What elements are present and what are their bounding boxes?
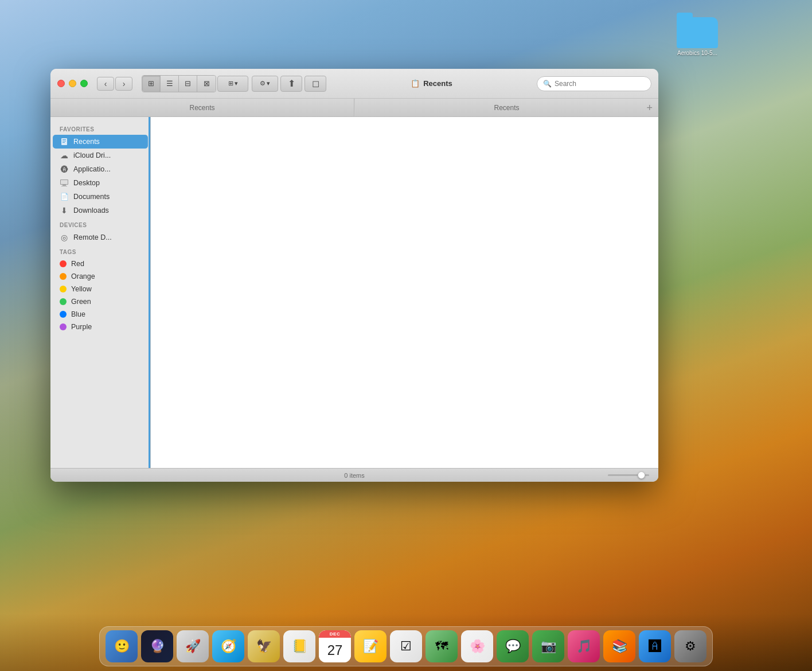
dock-item-books[interactable]: 📚 [603, 630, 635, 662]
slider-thumb[interactable] [638, 471, 645, 479]
nav-buttons: ‹ › [97, 77, 132, 91]
search-bar[interactable]: 🔍 [537, 76, 651, 91]
add-tab-button[interactable]: + [646, 103, 653, 113]
notes-icon: 📝 [363, 640, 378, 653]
dock-item-rocket[interactable]: 🚀 [177, 630, 209, 662]
arrange-button[interactable]: ⊞ ▾ [217, 76, 248, 92]
gallery-view-button[interactable]: ⊠ [197, 76, 216, 92]
title-bar: ‹ › ⊞ ☰ ⊟ ⊠ ⊞ ▾ ⚙ ▾ ⬆ [50, 69, 658, 99]
sidebar-item-tag-red[interactable]: Red [53, 258, 148, 270]
dock-item-finder[interactable]: 🙂 [106, 630, 138, 662]
svg-rect-1 [63, 139, 66, 140]
maximize-button[interactable] [80, 80, 88, 87]
documents-label: Documents [73, 193, 110, 201]
content-area: Favorites Recents ☁ iClou [50, 117, 658, 468]
applications-label: Applicatio... [73, 165, 111, 173]
yellow-tag-dot [60, 286, 67, 292]
dock-item-notes[interactable]: 📝 [354, 630, 387, 662]
red-tag-dot [60, 260, 67, 267]
search-input[interactable] [555, 80, 645, 88]
tag-icon: ◻ [312, 78, 319, 89]
action-chevron-icon: ▾ [267, 80, 270, 87]
dock-item-photos[interactable]: 🌸 [461, 630, 493, 662]
dock-container: 🙂 🔮 🚀 🧭 🦅 📒 [99, 626, 713, 666]
green-tag-dot [60, 298, 67, 305]
system-icon: ⚙ [685, 640, 696, 653]
sidebar-item-tag-purple[interactable]: Purple [53, 321, 148, 333]
column-view-button[interactable]: ⊟ [179, 76, 197, 92]
photos-icon: 🌸 [470, 640, 485, 653]
icon-view-button[interactable]: ⊞ [142, 76, 161, 92]
remote-icon: ◎ [60, 233, 69, 242]
sidebar-item-remote[interactable]: ◎ Remote D... [53, 231, 148, 244]
svg-rect-2 [63, 141, 66, 142]
reminders-icon: ☑ [400, 640, 412, 653]
breadcrumb-right[interactable]: Recents + [354, 99, 658, 116]
breadcrumb-left[interactable]: Recents [50, 99, 354, 116]
window-icon: 📋 [411, 79, 420, 88]
calendar-day: 27 [319, 638, 351, 662]
dock-item-maps[interactable]: 🗺 [425, 630, 458, 662]
status-bar: 0 items [50, 468, 658, 482]
desktop: Aerobics 10-5... ‹ › ⊞ ☰ ⊟ ⊠ [0, 0, 812, 671]
mail-icon: 🦅 [256, 640, 272, 653]
downloads-icon: ⬇ [60, 206, 69, 215]
dock-item-system[interactable]: ⚙ [674, 630, 706, 662]
sidebar-item-recents[interactable]: Recents [53, 135, 148, 149]
sidebar-resizer[interactable] [149, 117, 150, 468]
music-icon: 🎵 [576, 640, 592, 653]
sidebar-item-documents[interactable]: 📄 Documents [53, 190, 148, 204]
sidebar: Favorites Recents ☁ iClou [50, 117, 151, 468]
dock: 🙂 🔮 🚀 🧭 🦅 📒 [0, 614, 812, 671]
dock-item-reminders[interactable]: ☑ [390, 630, 422, 662]
dock-item-music[interactable]: 🎵 [568, 630, 600, 662]
close-button[interactable] [57, 80, 65, 87]
back-button[interactable]: ‹ [97, 77, 114, 91]
sidebar-item-tag-green[interactable]: Green [53, 295, 148, 308]
rocket-icon: 🚀 [185, 640, 201, 653]
appstore-icon: 🅰 [649, 640, 661, 653]
siri-icon: 🔮 [150, 640, 165, 653]
tag-button[interactable]: ◻ [304, 76, 326, 92]
dock-item-siri[interactable]: 🔮 [141, 630, 173, 662]
sidebar-item-downloads[interactable]: ⬇ Downloads [53, 204, 148, 217]
sidebar-item-desktop[interactable]: Desktop [53, 176, 148, 190]
icloud-label: iCloud Dri... [73, 151, 111, 159]
sidebar-item-icloud[interactable]: ☁ iCloud Dri... [53, 149, 148, 162]
sidebar-item-applications[interactable]: 🅐 Applicatio... [53, 162, 148, 176]
dock-item-facetime[interactable]: 📷 [532, 630, 564, 662]
forward-button[interactable]: › [115, 77, 132, 91]
share-button[interactable]: ⬆ [280, 76, 302, 92]
dock-item-safari[interactable]: 🧭 [212, 630, 244, 662]
blue-tag-dot [60, 311, 67, 318]
sidebar-item-tag-yellow[interactable]: Yellow [53, 283, 148, 295]
dock-item-calendar[interactable]: DEC 27 [319, 630, 351, 662]
dock-item-messages[interactable]: 💬 [497, 630, 529, 662]
blue-tag-label: Blue [71, 310, 85, 318]
calendar-month: DEC [319, 630, 351, 638]
orange-tag-label: Orange [71, 272, 95, 280]
svg-rect-6 [63, 185, 66, 186]
file-area[interactable] [151, 117, 658, 468]
window-title: Recents [423, 79, 452, 88]
desktop-folder[interactable]: Aerobics 10-5... [674, 17, 720, 56]
breadcrumb-left-label: Recents [189, 104, 214, 112]
dock-item-contacts[interactable]: 📒 [283, 630, 315, 662]
action-button[interactable]: ⚙ ▾ [252, 76, 278, 92]
gear-icon: ⚙ [260, 80, 266, 87]
view-controls: ⊞ ☰ ⊟ ⊠ [142, 75, 216, 92]
list-view-button[interactable]: ☰ [161, 76, 179, 92]
recents-label: Recents [73, 138, 100, 146]
contacts-icon: 📒 [292, 640, 307, 653]
facetime-icon: 📷 [541, 640, 556, 653]
dock-item-appstore[interactable]: 🅰 [639, 630, 671, 662]
finder-icon: 🙂 [114, 640, 130, 653]
size-slider[interactable] [608, 474, 649, 476]
minimize-button[interactable] [69, 80, 76, 87]
slider-track [608, 474, 649, 476]
dock-item-mail[interactable]: 🦅 [248, 630, 280, 662]
sidebar-item-tag-blue[interactable]: Blue [53, 308, 148, 321]
tags-header: Tags [50, 244, 150, 258]
favorites-header: Favorites [50, 122, 150, 135]
sidebar-item-tag-orange[interactable]: Orange [53, 270, 148, 283]
